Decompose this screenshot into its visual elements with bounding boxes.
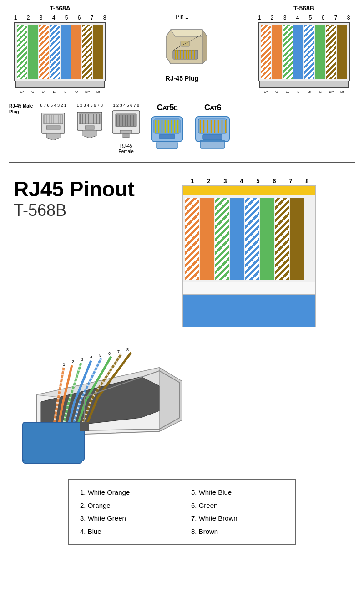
wire-legend-box: 1. White Orange 2. Orange 3. White Green… xyxy=(68,479,296,545)
svg-rect-91 xyxy=(80,422,89,431)
t568a-title: T-568A xyxy=(50,5,71,12)
t568b-title: T-568B xyxy=(293,5,314,12)
side-view-diagram: 8 7 6 5 4 3 2 1 xyxy=(37,103,69,140)
t568b-diagram: T-568B 1 2 3 4 5 6 7 8 xyxy=(253,5,355,95)
detail-wire-3 xyxy=(215,198,229,280)
t568b-wire-2 xyxy=(272,25,282,79)
svg-rect-60 xyxy=(159,134,175,139)
rj45-plug-label: RJ-45 Plug xyxy=(166,75,198,82)
pinout-right-diagram: 1 2 3 4 5 6 7 8 xyxy=(148,178,350,327)
svg-rect-15 xyxy=(44,115,63,124)
t568a-wire-labels: G/ G O/ B/ B O Br/ Br xyxy=(15,89,105,95)
t568a-wire-3 xyxy=(39,25,49,79)
yellow-top-bar xyxy=(182,185,316,195)
detail-wire-5 xyxy=(245,198,259,280)
cat5e-svg xyxy=(147,114,187,151)
rj45-3d-illustration: 1 2 3 4 5 6 7 8 xyxy=(14,331,350,474)
bottom-section: RJ45 Pinout T-568B 1 2 3 4 5 6 7 8 xyxy=(0,171,364,557)
svg-rect-73 xyxy=(200,140,225,148)
detail-wire-6 xyxy=(260,198,274,280)
male-plug-label: RJ-45 Male Plug xyxy=(9,103,33,115)
detail-wire-1 xyxy=(185,198,199,280)
svg-marker-1 xyxy=(171,30,207,36)
svg-text:2: 2 xyxy=(72,359,74,364)
t568b-wire-1 xyxy=(261,25,271,79)
connector-row: RJ-45 Male Plug 8 7 6 5 4 3 2 1 xyxy=(9,99,355,158)
female-view-diagram: 1 2 3 4 5 6 7 8 RJ-45Female xyxy=(110,103,142,154)
svg-marker-25 xyxy=(46,133,60,140)
svg-text:8: 8 xyxy=(126,348,129,352)
rj45-3d-section: 1 2 3 4 5 6 7 8 xyxy=(14,331,350,474)
t568b-wire-5 xyxy=(304,25,314,79)
cat5e-label: CAT5E xyxy=(157,103,177,113)
t568b-wire-8 xyxy=(337,25,347,79)
svg-marker-2 xyxy=(202,30,207,64)
connector-bottom-white-bar xyxy=(182,282,316,295)
legend-col1: 1. White Orange 2. Orange 3. White Green… xyxy=(80,486,173,538)
legend-item-4: 4. Blue xyxy=(80,525,173,538)
t568a-wire-2 xyxy=(28,25,38,79)
t568b-pin-numbers: 1 2 3 4 5 6 7 8 xyxy=(253,15,355,21)
svg-rect-51 xyxy=(154,119,180,133)
svg-text:1: 1 xyxy=(63,362,65,367)
pinout-main-title: RJ45 Pinout xyxy=(14,178,135,201)
t568b-wire-4 xyxy=(293,25,303,79)
svg-rect-90 xyxy=(23,422,84,461)
cat6-svg xyxy=(192,114,233,151)
detail-wire-7 xyxy=(275,198,289,280)
section-divider xyxy=(9,162,355,163)
legend-item-7: 7. White Brown xyxy=(191,512,284,525)
legend-item-1: 1. White Orange xyxy=(80,486,173,499)
pinout-subtitle: T-568B xyxy=(14,201,135,220)
cat6-label: CAT6 xyxy=(204,103,221,113)
svg-rect-72 xyxy=(203,134,222,140)
detail-wire-8 xyxy=(290,198,304,280)
front-view-diagram: 1 2 3 4 5 6 7 8 xyxy=(74,103,106,140)
legend-item-8: 8. Brown xyxy=(191,525,284,538)
svg-text:7: 7 xyxy=(117,349,120,354)
t568a-wire-4 xyxy=(50,25,60,79)
svg-text:3: 3 xyxy=(81,357,83,362)
detail-wire-body xyxy=(182,195,316,282)
pinout-title-block: RJ45 Pinout T-568B xyxy=(14,178,135,220)
svg-marker-37 xyxy=(83,130,96,138)
svg-text:5: 5 xyxy=(99,353,101,358)
t568a-connector-body xyxy=(14,22,106,81)
t568a-diagram: T-568A 1 2 3 4 5 6 7 8 xyxy=(9,5,111,95)
rj45-plug-svg xyxy=(152,23,212,73)
svg-rect-24 xyxy=(46,126,60,129)
side-view-svg xyxy=(37,108,69,140)
detail-wire-4 xyxy=(230,198,244,280)
t568b-wire-6 xyxy=(315,25,325,79)
pin1-label: Pin 1 xyxy=(176,14,188,20)
t568a-wire-5 xyxy=(61,25,71,79)
connector-cable-section xyxy=(182,295,316,327)
svg-rect-49 xyxy=(123,134,129,138)
cat5e-connector: CAT5E xyxy=(147,103,187,151)
female-view-svg xyxy=(110,108,142,143)
pinout-diagrams: T-568A 1 2 3 4 5 6 7 8 xyxy=(9,5,355,95)
t568b-wire-diagram: 1 2 3 4 5 6 7 8 xyxy=(253,15,355,95)
front-view-svg xyxy=(74,108,106,140)
t568b-wire-labels: O/ O G/ B B/ G Br/ Br xyxy=(259,89,349,95)
legend-item-2: 2. Orange xyxy=(80,499,173,512)
svg-rect-61 xyxy=(157,142,177,149)
t568b-connector-body xyxy=(258,22,350,81)
t568a-wire-diagram: 1 2 3 4 5 6 7 8 xyxy=(9,15,111,95)
svg-rect-36 xyxy=(85,126,94,129)
t568b-wire-7 xyxy=(326,25,336,79)
t568b-wire-3 xyxy=(283,25,293,79)
t568a-wire-6 xyxy=(71,25,81,79)
detail-wire-2 xyxy=(200,198,214,280)
svg-text:6: 6 xyxy=(108,351,111,356)
t568a-wire-1 xyxy=(17,25,27,79)
legend-item-6: 6. Green xyxy=(191,499,284,512)
cat6-connector: CAT6 xyxy=(192,103,233,151)
top-section: T-568A 1 2 3 4 5 6 7 8 xyxy=(0,0,364,171)
legend-col2: 5. White Blue 6. Green 7. White Brown 8.… xyxy=(191,486,284,538)
t568b-connector-base xyxy=(259,81,349,88)
t568a-connector-base xyxy=(15,81,105,88)
svg-rect-48 xyxy=(120,130,132,134)
t568a-wire-7 xyxy=(82,25,92,79)
svg-text:4: 4 xyxy=(90,355,92,359)
